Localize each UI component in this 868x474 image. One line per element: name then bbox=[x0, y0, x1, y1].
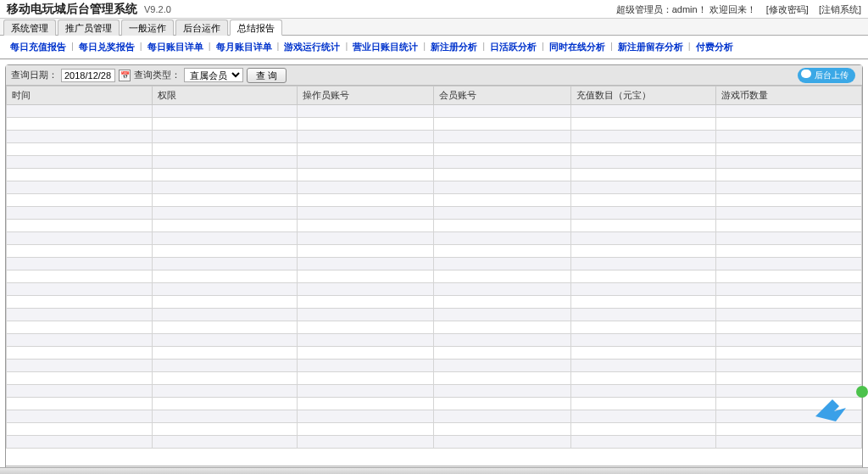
table-cell bbox=[152, 347, 298, 360]
table-row[interactable] bbox=[7, 105, 862, 118]
table-cell bbox=[716, 118, 862, 131]
sub-nav-item-9[interactable]: 新注册留存分析 bbox=[616, 41, 685, 53]
table-row[interactable] bbox=[7, 360, 862, 372]
table-cell bbox=[716, 194, 862, 207]
sub-nav-item-5[interactable]: 营业日账目统计 bbox=[351, 41, 420, 53]
table-row[interactable] bbox=[7, 143, 862, 156]
col-header[interactable]: 会员账号 bbox=[434, 86, 570, 105]
table-row[interactable] bbox=[7, 131, 862, 143]
change-password-link[interactable]: [修改密码] bbox=[766, 3, 809, 16]
sub-nav-item-6[interactable]: 新注册分析 bbox=[429, 41, 479, 53]
sub-nav-item-3[interactable]: 每月账目详单 bbox=[214, 41, 274, 53]
table-row[interactable] bbox=[7, 398, 862, 410]
query-button[interactable]: 查 询 bbox=[247, 68, 287, 83]
sub-nav-item-8[interactable]: 同时在线分析 bbox=[548, 41, 607, 53]
table-row[interactable] bbox=[7, 296, 862, 309]
col-header[interactable]: 充值数目（元宝） bbox=[570, 86, 716, 105]
sub-nav-item-2[interactable]: 每日账目详单 bbox=[146, 41, 205, 53]
table-cell bbox=[7, 283, 153, 296]
table-cell bbox=[570, 334, 716, 347]
table-row[interactable] bbox=[7, 410, 862, 423]
sub-nav-item-0[interactable]: 每日充值报告 bbox=[8, 41, 68, 53]
table-row[interactable] bbox=[7, 436, 862, 449]
cloud-icon bbox=[801, 70, 811, 78]
main-tab-2[interactable]: 一般运作 bbox=[121, 20, 174, 36]
calendar-icon[interactable]: 📅 bbox=[119, 70, 131, 81]
table-row[interactable] bbox=[7, 169, 862, 181]
table-cell bbox=[298, 232, 434, 245]
table-cell bbox=[716, 309, 862, 321]
col-header[interactable]: 时间 bbox=[7, 86, 153, 105]
table-row[interactable] bbox=[7, 118, 862, 131]
table-cell bbox=[434, 245, 570, 258]
upload-chip[interactable]: 后台上传 bbox=[798, 68, 855, 83]
table-cell bbox=[152, 220, 298, 232]
date-input[interactable] bbox=[61, 69, 115, 82]
table-cell bbox=[7, 207, 153, 220]
table-cell bbox=[570, 321, 716, 334]
table-cell bbox=[298, 296, 434, 309]
table-cell bbox=[152, 309, 298, 321]
table-row[interactable] bbox=[7, 245, 862, 258]
table-row[interactable] bbox=[7, 283, 862, 296]
table-row[interactable] bbox=[7, 194, 862, 207]
table-cell bbox=[570, 270, 716, 283]
main-tab-4[interactable]: 总结报告 bbox=[230, 20, 282, 36]
table-cell bbox=[570, 423, 716, 436]
col-header[interactable]: 权限 bbox=[152, 86, 298, 105]
table-cell bbox=[434, 105, 570, 118]
table-cell bbox=[7, 169, 153, 181]
table-cell bbox=[716, 169, 862, 181]
table-cell bbox=[716, 207, 862, 220]
table-row[interactable] bbox=[7, 334, 862, 347]
table-cell bbox=[434, 131, 570, 143]
sub-nav-item-10[interactable]: 付费分析 bbox=[694, 41, 735, 53]
table-cell bbox=[570, 258, 716, 270]
table-row[interactable] bbox=[7, 385, 862, 398]
table-row[interactable] bbox=[7, 207, 862, 220]
table-cell bbox=[7, 156, 153, 169]
col-header[interactable]: 操作员账号 bbox=[298, 86, 434, 105]
sub-nav-item-7[interactable]: 日活跃分析 bbox=[488, 41, 538, 53]
table-row[interactable] bbox=[7, 232, 862, 245]
filter-bar: 查询日期： 📅 查询类型： 直属会员 查 询 后台上传 bbox=[6, 65, 862, 86]
table-cell bbox=[298, 372, 434, 385]
table-cell bbox=[434, 270, 570, 283]
table-row[interactable] bbox=[7, 372, 862, 385]
table-cell bbox=[152, 334, 298, 347]
table-row[interactable] bbox=[7, 309, 862, 321]
table-row[interactable] bbox=[7, 321, 862, 334]
col-header[interactable]: 游戏币数量 bbox=[716, 86, 862, 105]
table-cell bbox=[152, 360, 298, 372]
table-row[interactable] bbox=[7, 156, 862, 169]
table-cell bbox=[7, 118, 153, 131]
table-row[interactable] bbox=[7, 347, 862, 360]
table-cell bbox=[570, 296, 716, 309]
table-cell bbox=[434, 347, 570, 360]
main-tab-0[interactable]: 系统管理 bbox=[3, 20, 56, 36]
table-cell bbox=[7, 105, 153, 118]
content-panel: 查询日期： 📅 查询类型： 直属会员 查 询 后台上传 时间权限操作员账号会员账… bbox=[5, 64, 863, 474]
table-cell bbox=[434, 207, 570, 220]
logout-link[interactable]: [注销系统] bbox=[819, 3, 861, 16]
table-row[interactable] bbox=[7, 258, 862, 270]
main-tab-1[interactable]: 推广员管理 bbox=[58, 20, 120, 36]
table-row[interactable] bbox=[7, 220, 862, 232]
type-select[interactable]: 直属会员 bbox=[184, 68, 243, 82]
main-tab-3[interactable]: 后台运作 bbox=[175, 20, 228, 36]
table-cell bbox=[570, 143, 716, 156]
table-cell bbox=[298, 347, 434, 360]
table-row[interactable] bbox=[7, 423, 862, 436]
table-cell bbox=[7, 131, 153, 143]
table-cell bbox=[298, 194, 434, 207]
table-cell bbox=[434, 423, 570, 436]
table-row[interactable] bbox=[7, 181, 862, 194]
sub-nav-item-4[interactable]: 游戏运行统计 bbox=[282, 41, 342, 53]
table-cell bbox=[298, 181, 434, 194]
table-cell bbox=[434, 156, 570, 169]
table-cell bbox=[298, 105, 434, 118]
sub-nav-item-1[interactable]: 每日兑奖报告 bbox=[77, 41, 136, 53]
table-cell bbox=[716, 334, 862, 347]
table-cell bbox=[716, 436, 862, 449]
table-row[interactable] bbox=[7, 270, 862, 283]
